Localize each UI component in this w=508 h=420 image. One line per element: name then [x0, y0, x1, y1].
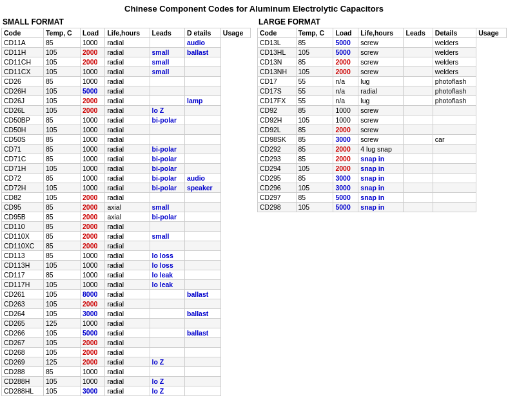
small-format-section: SMALL FORMAT Code Temp, C Load Life,hour…	[0, 16, 252, 396]
table-cell	[184, 367, 220, 377]
table-row: CD92L852000screw	[258, 125, 507, 135]
table-cell: ballast	[184, 290, 220, 299]
table-cell	[150, 367, 184, 377]
table-cell: bi-polar	[150, 212, 184, 222]
table-cell: 1000	[80, 67, 104, 77]
table-cell: bi-polar	[150, 154, 184, 164]
table-row: CD71H1051000radialbi-polar	[2, 164, 251, 174]
small-format-table: Code Temp, C Load Life,hours Leads D eta…	[1, 28, 251, 396]
table-cell: CD98SK	[258, 135, 297, 145]
table-cell: 85	[296, 193, 333, 203]
table-cell	[184, 222, 220, 232]
table-cell	[150, 222, 184, 232]
table-cell: 85	[43, 174, 80, 183]
table-row: CD17S55n/aradialphotoflash	[258, 86, 507, 96]
table-cell: 105	[43, 164, 80, 174]
table-cell: 85	[296, 57, 333, 67]
table-cell: CD292	[258, 145, 297, 154]
table-cell: 105	[43, 377, 80, 386]
table-cell: photoflash	[433, 77, 476, 86]
table-cell	[184, 270, 220, 280]
table-cell: CD13N	[258, 57, 297, 67]
table-row: CD2671052000radial	[2, 338, 251, 348]
table-cell	[404, 48, 433, 57]
table-row: CD2641053000radialballast	[2, 309, 251, 319]
table-row: CD11CH1052000radialsmall	[2, 57, 251, 67]
table-cell: radial	[105, 67, 150, 77]
large-col-leads: Leads	[404, 28, 433, 38]
table-cell	[184, 77, 220, 86]
table-cell	[184, 115, 220, 125]
table-cell: radial	[105, 135, 150, 145]
table-cell: CD110X	[2, 232, 44, 241]
table-cell: radial	[105, 290, 150, 299]
table-cell: bi-polar	[150, 115, 184, 125]
table-cell: radial	[105, 193, 150, 203]
table-cell: 2000	[333, 67, 358, 77]
table-row: CD297855000snap in	[258, 193, 507, 203]
table-cell: radial	[105, 299, 150, 309]
large-format-table: Code Temp, C Load Life,hours Leads Detai…	[257, 28, 507, 212]
small-col-usage: Usage	[220, 28, 250, 38]
table-cell: radial	[105, 57, 150, 67]
table-row: CD110X852000radialsmall	[2, 232, 251, 241]
table-row: CD821052000radial	[2, 193, 251, 203]
table-cell: welders	[433, 38, 476, 48]
table-cell: 105	[43, 67, 80, 77]
table-row: CD2941052000snap in	[258, 164, 507, 174]
table-cell: small	[150, 232, 184, 241]
table-row: CD113851000radiallo loss	[2, 251, 251, 261]
table-cell: 85	[43, 77, 80, 86]
table-cell	[184, 319, 220, 328]
table-cell: 85	[43, 154, 80, 164]
table-row: CD11H1052000radialsmallballast	[2, 48, 251, 57]
table-cell: radial	[105, 386, 150, 396]
table-cell: radial	[105, 106, 150, 115]
table-cell: 85	[43, 203, 80, 212]
table-cell: CD50BP	[2, 115, 44, 125]
table-cell: 105	[43, 348, 80, 357]
table-cell: lo Z	[150, 377, 184, 386]
table-cell: 2000	[80, 106, 104, 115]
table-cell: 85	[296, 125, 333, 135]
table-row: CD288H1051000radiallo Z	[2, 377, 251, 386]
table-cell: ballast	[184, 48, 220, 57]
table-cell: CD71C	[2, 154, 44, 164]
table-cell: CD17FX	[258, 96, 297, 106]
table-cell: 2000	[80, 338, 104, 348]
table-row: CD72H1051000radialbi-polarspeaker	[2, 183, 251, 193]
table-cell: 125	[43, 319, 80, 328]
table-cell: CD72	[2, 174, 44, 183]
table-row: CD26L1052000radiallo Z	[2, 106, 251, 115]
table-cell: 105	[43, 96, 80, 106]
table-cell	[150, 348, 184, 357]
table-cell	[150, 135, 184, 145]
table-cell: lo loss	[150, 261, 184, 270]
table-row: CD2961053000snap in	[258, 183, 507, 193]
table-cell: 1000	[80, 261, 104, 270]
table-cell	[433, 145, 476, 154]
table-cell: small	[150, 203, 184, 212]
table-cell	[184, 86, 220, 96]
table-cell	[150, 193, 184, 203]
table-cell	[404, 86, 433, 96]
table-cell: radial	[105, 338, 150, 348]
table-cell	[184, 338, 220, 348]
table-cell: axial	[105, 212, 150, 222]
table-row: CD13L855000screwwelders	[258, 38, 507, 48]
table-row: CD288851000radial	[2, 367, 251, 377]
table-cell: bi-polar	[150, 164, 184, 174]
table-cell: radial	[105, 377, 150, 386]
table-cell: 85	[43, 135, 80, 145]
table-cell: screw	[358, 135, 404, 145]
small-col-load: Load	[80, 28, 104, 38]
table-cell	[150, 86, 184, 96]
table-cell	[433, 193, 476, 203]
table-cell: ballast	[184, 328, 220, 338]
table-cell: photoflash	[433, 96, 476, 106]
table-cell: CD264	[2, 309, 44, 319]
table-cell: 105	[43, 125, 80, 135]
table-cell	[150, 290, 184, 299]
table-cell: small	[150, 57, 184, 67]
table-cell: 2000	[333, 145, 358, 154]
